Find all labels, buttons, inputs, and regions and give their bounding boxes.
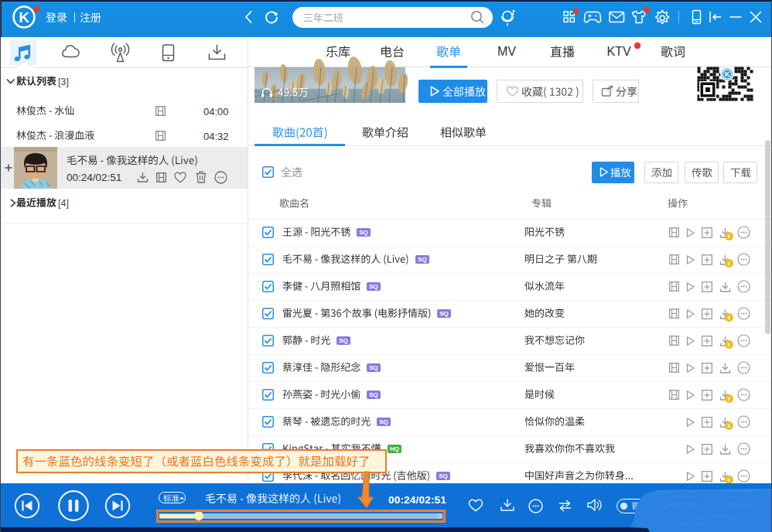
svg-text:K: K (19, 9, 29, 26)
svg-text:K: K (725, 70, 730, 78)
